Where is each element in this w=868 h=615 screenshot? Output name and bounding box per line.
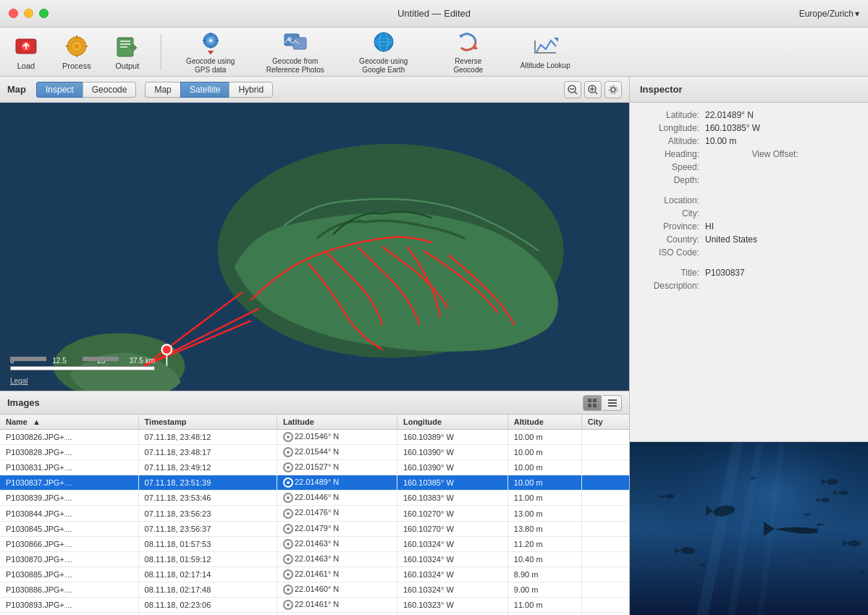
cell-latitude: 22.01461° N <box>277 567 397 582</box>
cell-longitude: 160.10270° W <box>397 506 507 521</box>
cell-latitude: 22.01459° N <box>277 613 397 615</box>
svg-point-16 <box>209 39 212 42</box>
cell-longitude: 160.10390° W <box>397 445 507 460</box>
geocode-gps-icon <box>198 29 224 55</box>
description-row: Description: <box>640 281 858 291</box>
svg-point-62 <box>838 491 848 495</box>
table-row[interactable]: P1030839.JPG+… 07.11.18, 23:53:46 22.014… <box>0 491 629 506</box>
table-row[interactable]: P1030870.JPG+… 08.11.18, 01:59:12 22.014… <box>0 551 629 567</box>
geocode-ref-button[interactable]: Geocode from Reference Photos <box>257 26 334 77</box>
heading-viewoffset-row: Heading: View Offset: <box>640 149 858 159</box>
table-row[interactable]: P1030837.JPG+… 07.11.18, 23:51:39 22.014… <box>0 475 629 491</box>
cell-name: P1030866.JPG+… <box>0 536 138 551</box>
cell-longitude: 160.10324° W <box>397 582 507 597</box>
reverse-geocode-label: Reverse Geocode <box>439 57 497 75</box>
svg-rect-54 <box>608 405 617 407</box>
cell-latitude: 22.01479° N <box>277 521 397 536</box>
title-label: Title: <box>640 268 705 278</box>
altitude-lookup-button[interactable]: Altitude Lookup <box>515 30 576 73</box>
svg-point-67 <box>749 477 757 480</box>
svg-point-66 <box>665 494 675 499</box>
map-tools <box>564 81 622 98</box>
zoom-in-button[interactable] <box>584 81 602 98</box>
timezone-selector[interactable]: Europe/Zurich ▾ <box>799 9 859 19</box>
svg-point-65 <box>848 540 861 546</box>
minimize-button[interactable] <box>24 9 33 18</box>
cell-city <box>581 567 629 582</box>
map-settings-button[interactable] <box>604 81 622 98</box>
cell-city <box>581 506 629 521</box>
table-row[interactable]: P1030844.JPG+… 07.11.18, 23:56:23 22.014… <box>0 506 629 521</box>
col-city[interactable]: City <box>581 415 629 430</box>
table-row[interactable]: P1030826.JPG+… 07.11.18, 23:48:12 22.015… <box>0 430 629 445</box>
table-row[interactable]: P1030828.JPG+… 07.11.18, 23:48:17 22.015… <box>0 445 629 460</box>
svg-point-61 <box>827 479 838 485</box>
load-button[interactable]: Load <box>7 30 45 73</box>
close-button[interactable] <box>9 9 18 18</box>
output-icon <box>114 33 140 59</box>
iso-label: ISO Code: <box>640 247 705 258</box>
col-longitude[interactable]: Longitude <box>397 415 507 430</box>
latitude-row: Latitude: 22.01489° N <box>640 110 858 120</box>
cell-longitude: 160.10390° W <box>397 460 507 475</box>
svg-rect-11 <box>120 41 130 42</box>
cell-name: P1030844.JPG+… <box>0 506 138 521</box>
col-name[interactable]: Name ▲ <box>0 415 138 430</box>
grid-view-button[interactable] <box>583 395 602 411</box>
altitude-label: Altitude: <box>640 136 705 146</box>
cell-timestamp: 08.11.18, 01:57:53 <box>138 536 277 551</box>
cell-altitude: 10.00 m <box>507 445 581 460</box>
table-row[interactable]: P1030893.JPG+… 08.11.18, 02:23:06 22.014… <box>0 598 629 613</box>
svg-point-70 <box>859 571 864 574</box>
map-view-group: Map Satellite Hybrid <box>145 82 273 98</box>
altitude-label: Altitude Lookup <box>521 62 570 70</box>
svg-rect-53 <box>608 402 617 404</box>
process-label: Process <box>62 62 91 70</box>
geocode-button[interactable]: Geocode <box>83 82 137 98</box>
cell-city <box>581 551 629 567</box>
satellite-button[interactable]: Satellite <box>180 82 229 98</box>
svg-rect-33 <box>534 52 556 54</box>
map-button[interactable]: Map <box>145 82 180 98</box>
cell-longitude: 160.10389° W <box>397 430 507 445</box>
hybrid-button[interactable]: Hybrid <box>229 82 273 98</box>
cell-name: P1030886.JPG+… <box>0 582 138 597</box>
map-area[interactable]: 0 12.5 25 37.5 km Legal <box>0 103 629 391</box>
col-latitude[interactable]: Latitude <box>277 415 397 430</box>
cell-city <box>581 460 629 475</box>
iso-row: ISO Code: <box>640 247 858 258</box>
load-label: Load <box>17 62 35 70</box>
cell-altitude: 10.00 m <box>507 430 581 445</box>
view-toggle <box>583 395 622 411</box>
list-view-button[interactable] <box>603 395 622 411</box>
svg-point-68 <box>804 513 811 516</box>
table-row[interactable]: P1030885.JPG+… 08.11.18, 02:17:14 22.014… <box>0 567 629 582</box>
col-timestamp[interactable]: Timestamp <box>138 415 277 430</box>
geocode-ref-icon <box>282 29 308 55</box>
col-altitude[interactable]: Altitude <box>507 415 581 430</box>
output-button[interactable]: Output <box>109 30 146 73</box>
zoom-out-button[interactable] <box>564 81 581 98</box>
table-row[interactable]: P1030886.JPG+… 08.11.18, 02:17:48 22.014… <box>0 582 629 597</box>
cell-timestamp: 08.11.18, 01:59:12 <box>138 551 277 567</box>
speed-label: Speed: <box>640 162 705 172</box>
maximize-button[interactable] <box>39 9 49 18</box>
cell-name: P1030845.JPG+… <box>0 521 138 536</box>
cell-name: P1030885.JPG+… <box>0 567 138 582</box>
cell-city <box>581 521 629 536</box>
cell-timestamp: 07.11.18, 23:49:12 <box>138 460 277 475</box>
depth-label: Depth: <box>640 175 705 185</box>
reverse-geocode-button[interactable]: Reverse Geocode <box>434 26 503 77</box>
svg-point-5 <box>75 44 79 48</box>
geocode-google-button[interactable]: Geocode using Google Earth <box>345 26 422 77</box>
table-row[interactable]: P1030866.JPG+… 08.11.18, 01:57:53 22.014… <box>0 536 629 551</box>
process-button[interactable]: Process <box>56 30 97 73</box>
inspect-button[interactable]: Inspect <box>36 82 83 98</box>
table-row[interactable]: P1030831.JPG+… 07.11.18, 23:49:12 22.015… <box>0 460 629 475</box>
table-row[interactable]: P1030845.JPG+… 07.11.18, 23:56:37 22.014… <box>0 521 629 536</box>
legal-link[interactable]: Legal <box>10 377 28 385</box>
geocode-gps-button[interactable]: Geocode using GPS data <box>176 26 245 77</box>
table-row[interactable]: P1030895.JPG+… 08.11.18, 02:25:35 22.014… <box>0 613 629 615</box>
cell-city <box>581 430 629 445</box>
cell-name: P1030870.JPG+… <box>0 551 138 567</box>
